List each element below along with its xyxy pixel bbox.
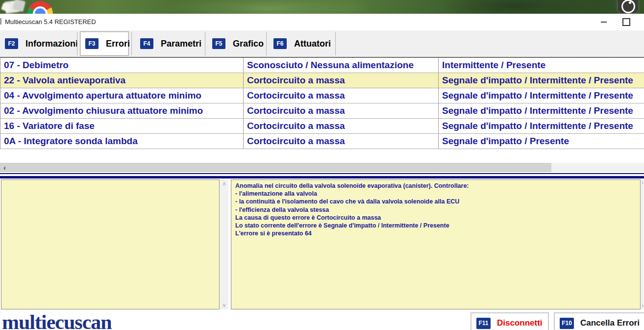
screen: Multiecuscan 5.4 REGISTERED F2 Informazi…	[0, 0, 644, 330]
minimize-button[interactable]	[593, 14, 615, 30]
error-cause-cell: Sconosciuto / Nessuna alimentazione	[244, 58, 439, 73]
chevron-up-icon: ∧	[222, 179, 226, 188]
error-cause-cell: Cortocircuito a massa	[244, 119, 439, 133]
error-code-cell: 07 - Debimetro	[0, 58, 244, 73]
titlebar: Multiecuscan 5.4 REGISTERED	[0, 14, 644, 30]
error-cause-cell: Cortocircuito a massa	[244, 103, 439, 118]
detail-line: L'errore si è presentato 64	[235, 229, 636, 237]
detail-line: Anomalia nel circuito della valvola sole…	[235, 182, 636, 190]
fkey-f5-badge: F5	[212, 38, 225, 49]
tab-separator	[77, 32, 77, 55]
error-cause-cell: Cortocircuito a massa	[244, 88, 439, 103]
window-title: Multiecuscan 5.4 REGISTERED	[5, 18, 96, 25]
error-cause-cell: Cortocircuito a massa	[244, 73, 439, 88]
error-status-cell: Segnale d'impatto / Intermittente / Pres…	[439, 88, 644, 103]
error-row-selected[interactable]: 22 - Valvola antievaporativa Cortocircui…	[0, 73, 644, 88]
fkey-f2-badge: F2	[5, 38, 18, 49]
fkey-f4-badge: F4	[140, 38, 153, 49]
clear-errors-button[interactable]: F10 Cancella Errori	[554, 312, 644, 330]
error-status-cell: Segnale d'impatto / Presente	[439, 134, 644, 149]
disconnect-button[interactable]: F11 Disconnetti	[471, 312, 549, 330]
fkey-f10-badge: F10	[560, 318, 574, 329]
section-divider	[0, 173, 644, 178]
chevron-left-icon: ‹	[3, 164, 6, 171]
error-code-cell: 02 - Avvolgimento chiusura attuatore min…	[0, 103, 244, 118]
error-code-cell: 04 - Avvolgimento apertura attuatore min…	[0, 88, 244, 103]
tab-grafico[interactable]: F5 Grafico	[205, 30, 266, 57]
tab-attuatori[interactable]: F6 Attuatori	[267, 30, 335, 57]
minimize-icon	[601, 22, 607, 23]
error-code-cell: 0A - Integratore sonda lambda	[0, 134, 244, 149]
error-row[interactable]: 07 - Debimetro Sconosciuto / Nessuna ali…	[0, 58, 644, 73]
errors-table: 07 - Debimetro Sconosciuto / Nessuna ali…	[0, 57, 644, 149]
detail-panel-scrollbar[interactable]: ∧ ∨	[641, 179, 644, 309]
disconnect-label: Disconnetti	[497, 318, 543, 328]
freeze-frame-panel	[1, 179, 220, 309]
horizontal-scroll-thumb[interactable]	[9, 163, 551, 172]
tab-parametri[interactable]: F4 Parametri	[132, 30, 205, 57]
chrome-icon[interactable]	[27, 1, 53, 14]
fkey-f6-badge: F6	[273, 38, 287, 49]
wallpaper-highlight	[167, 0, 372, 14]
tab-label: Attuatori	[294, 39, 331, 49]
error-cause-cell: Cortocircuito a massa	[244, 134, 439, 149]
tab-label: Parametri	[161, 39, 201, 49]
desktop-wallpaper	[0, 0, 644, 14]
detail-line: La causa di questo errore è Cortocircuit…	[235, 214, 636, 222]
freeze-frame-scrollbar[interactable]: ∧ ∨	[220, 179, 228, 309]
tab-label: Grafico	[233, 39, 264, 49]
tab-label: Informazioni	[25, 39, 78, 49]
error-code-cell: 22 - Valvola antievaporativa	[0, 73, 244, 88]
error-status-cell: Intermittente / Presente	[439, 58, 644, 73]
detail-line: Lo stato corrente dell'errore è Segnale …	[235, 222, 636, 229]
error-status-cell: Segnale d'impatto / Intermittente / Pres…	[439, 119, 644, 133]
error-row[interactable]: 04 - Avvolgimento apertura attuatore min…	[0, 88, 644, 103]
maximize-icon	[622, 18, 630, 26]
error-status-cell: Segnale d'impatto / Intermittente / Pres…	[439, 103, 644, 118]
recycle-bin-icon[interactable]	[1, 0, 29, 14]
chevron-up-icon: ∧	[641, 179, 644, 186]
error-row[interactable]: 02 - Avvolgimento chiusura attuatore min…	[0, 103, 644, 119]
detail-line: - l'efficienza della valvola stessa	[235, 206, 636, 214]
scroll-left-button[interactable]: ‹	[0, 163, 9, 172]
wallpaper-shadow	[441, 0, 588, 14]
tab-errori[interactable]: F3 Errori	[80, 31, 129, 56]
clear-errors-label: Cancella Errori	[580, 318, 640, 328]
error-row[interactable]: 16 - Variatore di fase Cortocircuito a m…	[0, 119, 644, 134]
fkey-f11-badge: F11	[476, 318, 491, 329]
tab-separator	[335, 32, 336, 55]
error-status-cell: Segnale d'impatto / Intermittente / Pres…	[439, 73, 644, 88]
app-icon	[0, 18, 1, 25]
multiecuscan-window: Multiecuscan 5.4 REGISTERED F2 Informazi…	[0, 14, 644, 330]
fkey-f3-badge: F3	[85, 38, 99, 49]
detail-line: - la continuità e l'isolamento del cavo …	[235, 198, 636, 205]
chevron-down-icon: ∨	[641, 303, 644, 309]
error-code-cell: 16 - Variatore di fase	[0, 119, 244, 133]
camera-icon[interactable]	[618, 0, 638, 13]
tab-label: Errori	[106, 39, 130, 49]
maximize-button[interactable]	[616, 14, 637, 30]
multiecuscan-logo: multiecuscan	[2, 310, 112, 330]
tab-informazioni[interactable]: F2 Informazioni	[0, 30, 77, 57]
error-detail-panel: Anomalia nel circuito della valvola sole…	[231, 179, 641, 309]
table-horizontal-scrollbar[interactable]: ‹	[0, 163, 644, 172]
chevron-down-icon: ∨	[222, 301, 226, 309]
tab-bar: F2 Informazioni F3 Errori F4 Parametri F…	[0, 30, 644, 57]
detail-line: - l'alimentazione alla valvola	[235, 190, 636, 198]
error-row[interactable]: 0A - Integratore sonda lambda Cortocircu…	[0, 134, 644, 149]
